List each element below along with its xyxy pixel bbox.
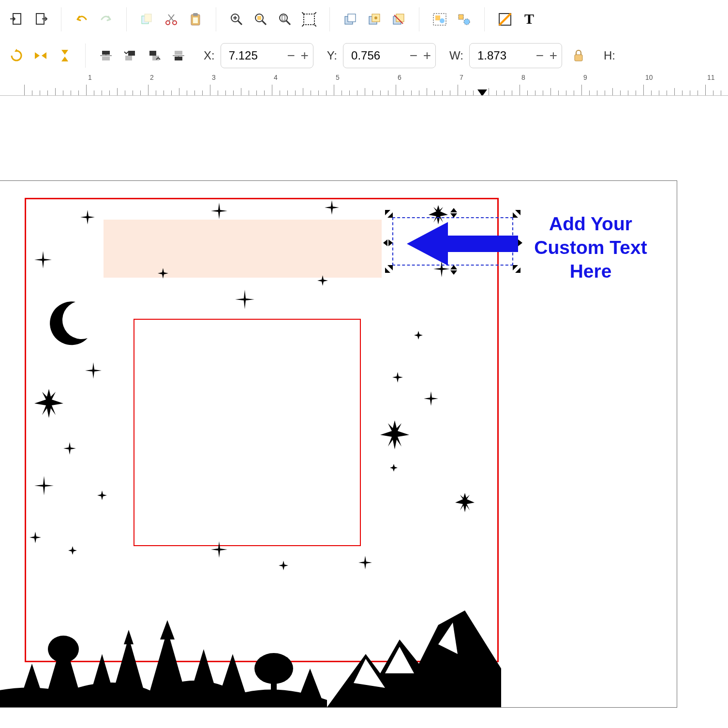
x-input[interactable] (228, 48, 286, 63)
lower-to-bottom-button[interactable] (167, 44, 190, 67)
star-icon[interactable] (158, 268, 168, 279)
copy-button[interactable] (135, 8, 159, 31)
separator (484, 7, 485, 31)
y-input[interactable] (350, 48, 408, 63)
x-label: X: (204, 49, 215, 62)
star-icon[interactable] (392, 372, 403, 383)
separator (329, 7, 330, 31)
ruler-tick-label: 3 (212, 74, 216, 81)
selection-handle-nw[interactable] (384, 208, 394, 219)
star-icon[interactable] (325, 200, 339, 215)
page[interactable]: Add YourCustom TextHere (0, 180, 677, 708)
clone-button[interactable] (363, 8, 386, 31)
selection-handle-n[interactable] (448, 208, 459, 218)
flip-horizontal-button[interactable] (29, 44, 52, 67)
moon-icon[interactable] (42, 297, 95, 350)
zoom-drawing-button[interactable] (297, 8, 321, 31)
zoom-selection-button[interactable] (249, 8, 272, 31)
svg-point-26 (464, 19, 470, 25)
star-icon[interactable] (211, 203, 227, 219)
cut-button[interactable] (160, 8, 183, 31)
star-icon[interactable] (85, 362, 102, 379)
text-placeholder-box[interactable] (104, 220, 382, 278)
x-field[interactable]: −+ (221, 43, 313, 68)
star-icon[interactable] (80, 210, 95, 224)
svg-rect-32 (128, 51, 135, 56)
separator (419, 7, 419, 31)
star-icon[interactable] (317, 275, 328, 286)
landscape-silhouette[interactable] (0, 610, 501, 707)
star-icon[interactable] (390, 464, 398, 472)
ruler-tick-label: 6 (398, 74, 401, 81)
svg-rect-41 (271, 681, 277, 700)
w-decrement[interactable]: − (535, 47, 545, 64)
text-tool-button[interactable]: T (518, 8, 541, 31)
export-button[interactable] (29, 8, 52, 31)
star-icon[interactable] (211, 541, 227, 558)
rotate-cw-button[interactable] (5, 44, 28, 67)
svg-rect-8 (193, 17, 198, 23)
star-icon[interactable] (34, 251, 52, 268)
edit-mask-button[interactable] (493, 8, 517, 31)
lower-button[interactable] (143, 44, 166, 67)
star-icon[interactable] (63, 442, 76, 455)
star-icon[interactable] (455, 493, 475, 512)
y-field[interactable]: −+ (343, 43, 436, 68)
star-icon[interactable] (358, 556, 372, 569)
star-icon[interactable] (279, 561, 288, 570)
import-button[interactable] (5, 8, 28, 31)
star-icon[interactable] (235, 290, 254, 309)
svg-point-12 (280, 14, 287, 22)
y-increment[interactable]: + (422, 47, 432, 64)
ruler-marker (477, 89, 487, 96)
canvas-area[interactable]: Add YourCustom TextHere (0, 96, 728, 728)
svg-rect-13 (282, 15, 285, 20)
redo-button[interactable] (94, 8, 118, 31)
separator (216, 7, 216, 31)
ruler-tick-label: 11 (707, 74, 715, 81)
zoom-in-button[interactable] (225, 8, 248, 31)
svg-point-24 (440, 18, 445, 23)
separator (61, 7, 61, 31)
raise-to-top-button[interactable] (94, 44, 118, 67)
star-icon[interactable] (380, 420, 409, 449)
y-decrement[interactable]: − (408, 47, 419, 64)
horizontal-ruler[interactable]: 123456789101112 (0, 73, 728, 96)
paste-button[interactable] (184, 8, 207, 31)
svg-rect-11 (257, 16, 261, 20)
svg-point-40 (254, 653, 293, 684)
w-increment[interactable]: + (548, 47, 559, 64)
selection-handle-sw[interactable] (384, 264, 394, 274)
undo-button[interactable] (70, 8, 93, 31)
inner-guide-frame[interactable] (134, 319, 361, 546)
svg-rect-31 (125, 56, 132, 60)
star-icon[interactable] (97, 490, 107, 500)
duplicate-button[interactable] (339, 8, 362, 31)
star-icon[interactable] (30, 532, 41, 543)
raise-button[interactable] (119, 44, 142, 67)
zoom-page-button[interactable] (273, 8, 297, 31)
svg-rect-29 (102, 57, 110, 60)
star-icon[interactable] (34, 389, 63, 418)
ruler-tick-label: 2 (150, 74, 154, 81)
w-input[interactable] (476, 48, 535, 63)
separator (85, 44, 86, 68)
star-icon[interactable] (34, 476, 54, 495)
star-icon[interactable] (68, 546, 77, 555)
w-field[interactable]: −+ (469, 43, 562, 68)
lock-aspect-button[interactable] (567, 44, 590, 67)
ungroup-button[interactable] (452, 8, 475, 31)
svg-rect-16 (348, 14, 356, 22)
star-icon[interactable] (414, 331, 423, 340)
annotation-arrow-icon (397, 217, 518, 270)
star-icon[interactable] (424, 391, 438, 406)
ruler-tick-label: 9 (583, 74, 587, 81)
separator (126, 7, 127, 31)
group-button[interactable] (428, 8, 451, 31)
flip-vertical-button[interactable] (53, 44, 76, 67)
x-decrement[interactable]: − (286, 47, 297, 64)
selection-handle-w[interactable] (383, 238, 393, 248)
unlink-clone-button[interactable] (387, 8, 410, 31)
x-increment[interactable]: + (299, 47, 310, 64)
artwork: Add YourCustom TextHere (0, 181, 677, 707)
